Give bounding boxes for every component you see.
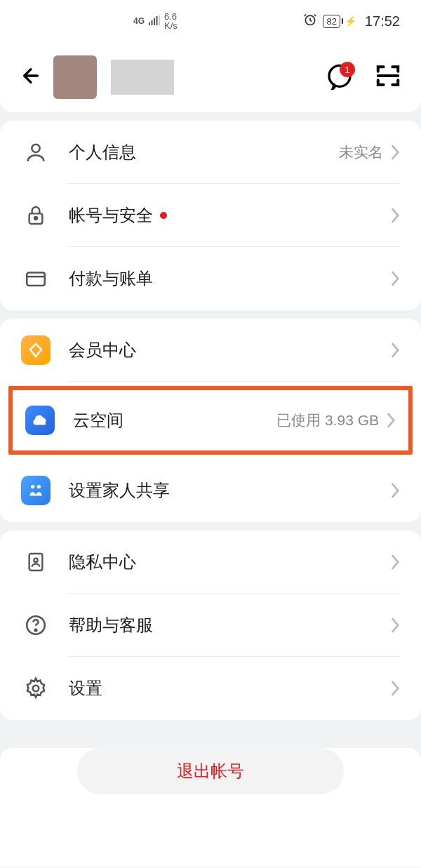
svg-point-7 bbox=[32, 145, 39, 152]
status-time: 17:52 bbox=[365, 13, 400, 29]
charging-icon: ⚡ bbox=[345, 15, 356, 27]
svg-point-16 bbox=[35, 629, 37, 632]
svg-point-17 bbox=[33, 686, 39, 692]
row-settings[interactable]: 设置 bbox=[0, 657, 421, 720]
svg-rect-3 bbox=[156, 16, 158, 25]
svg-point-14 bbox=[34, 559, 37, 562]
section-system: 隐私中心 帮助与客服 设置 bbox=[0, 530, 421, 720]
chevron-right-icon bbox=[390, 341, 400, 359]
alarm-icon bbox=[303, 13, 317, 30]
logout-section: 退出帐号 bbox=[0, 748, 421, 867]
row-personal-info[interactable]: 个人信息 未实名 bbox=[0, 121, 421, 184]
chevron-right-icon bbox=[390, 679, 400, 697]
row-account-security[interactable]: 帐号与安全 bbox=[0, 184, 421, 247]
row-privacy-center[interactable]: 隐私中心 bbox=[0, 530, 421, 594]
verification-status: 未实名 bbox=[339, 142, 383, 162]
back-icon[interactable] bbox=[20, 65, 42, 90]
row-label: 云空间 bbox=[73, 409, 276, 432]
row-help-service[interactable]: 帮助与客服 bbox=[0, 594, 421, 657]
alert-dot-icon bbox=[160, 212, 167, 219]
battery-level: 82 bbox=[323, 15, 340, 28]
status-right: 82 ⚡ 17:52 bbox=[303, 13, 400, 30]
cloud-icon bbox=[25, 406, 55, 435]
username-placeholder bbox=[111, 60, 174, 95]
svg-point-12 bbox=[37, 485, 41, 488]
row-label: 隐私中心 bbox=[69, 551, 390, 573]
row-label: 个人信息 bbox=[69, 141, 339, 163]
network-label: 4G bbox=[133, 16, 145, 26]
section-account: 个人信息 未实名 帐号与安全 付款与账单 bbox=[0, 121, 421, 310]
help-icon bbox=[21, 610, 51, 640]
section-services: 会员中心 云空间 已使用 3.93 GB 设置家人共享 bbox=[0, 319, 421, 522]
top-nav: 1 bbox=[0, 42, 421, 112]
chevron-right-icon bbox=[390, 616, 400, 634]
member-icon bbox=[21, 335, 51, 365]
svg-rect-0 bbox=[149, 22, 150, 25]
family-icon bbox=[21, 476, 51, 505]
lock-icon bbox=[21, 201, 51, 230]
privacy-icon bbox=[21, 547, 51, 577]
row-family-sharing[interactable]: 设置家人共享 bbox=[0, 459, 421, 522]
status-left: 4G 6.6 K/s bbox=[133, 12, 178, 30]
chevron-right-icon bbox=[390, 553, 400, 571]
row-label: 设置家人共享 bbox=[69, 479, 390, 502]
svg-rect-10 bbox=[27, 273, 45, 286]
svg-point-9 bbox=[34, 217, 37, 220]
svg-rect-2 bbox=[154, 18, 155, 25]
row-payment-billing[interactable]: 付款与账单 bbox=[0, 247, 421, 310]
network-speed: 6.6 K/s bbox=[164, 12, 178, 30]
svg-rect-4 bbox=[159, 15, 160, 25]
chevron-right-icon bbox=[390, 269, 400, 288]
card-icon bbox=[21, 264, 51, 293]
row-label: 帐号与安全 bbox=[69, 204, 390, 227]
messages-button[interactable]: 1 bbox=[326, 63, 354, 91]
row-label: 帮助与客服 bbox=[69, 614, 390, 636]
row-label: 付款与账单 bbox=[69, 267, 390, 290]
row-label: 会员中心 bbox=[69, 339, 390, 361]
chevron-right-icon bbox=[390, 481, 400, 500]
row-cloud-space[interactable]: 云空间 已使用 3.93 GB bbox=[13, 390, 408, 450]
svg-point-11 bbox=[31, 485, 34, 488]
scan-icon[interactable] bbox=[375, 62, 401, 92]
signal-bars-icon bbox=[149, 15, 160, 27]
cloud-usage: 已使用 3.93 GB bbox=[276, 410, 379, 430]
row-label: 设置 bbox=[69, 677, 390, 700]
battery-indicator: 82 ⚡ bbox=[323, 15, 356, 28]
chevron-right-icon bbox=[386, 411, 396, 429]
row-member-center[interactable]: 会员中心 bbox=[0, 319, 421, 382]
messages-badge: 1 bbox=[340, 62, 355, 77]
svg-rect-1 bbox=[152, 20, 153, 25]
gear-icon bbox=[21, 674, 51, 703]
avatar[interactable] bbox=[53, 55, 97, 99]
logout-button[interactable]: 退出帐号 bbox=[77, 748, 344, 794]
highlight-cloud-space: 云空间 已使用 3.93 GB bbox=[8, 386, 413, 455]
status-bar: 4G 6.6 K/s 82 ⚡ 17:52 bbox=[0, 0, 421, 42]
chevron-right-icon bbox=[390, 143, 400, 161]
chevron-right-icon bbox=[390, 206, 400, 225]
person-icon bbox=[21, 138, 51, 167]
